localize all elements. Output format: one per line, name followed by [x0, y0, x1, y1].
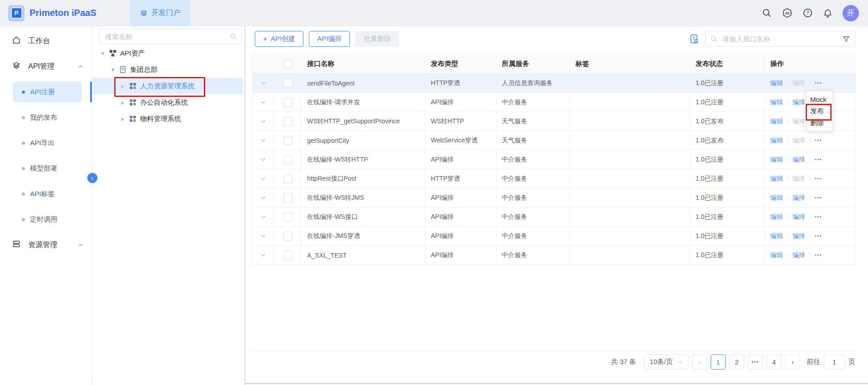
table-row[interactable]: 在线编排-JMS穿透API编排中介服务1.0已注册编辑编排••• — [252, 227, 855, 246]
orchestrate-link: 编排 — [792, 137, 805, 145]
more-ellipsis-icon[interactable]: ••• — [815, 157, 823, 162]
edit-link[interactable]: 编辑 — [770, 194, 783, 202]
next-page-button[interactable]: › — [785, 355, 800, 370]
orchestrate-link[interactable]: 编排 — [792, 98, 805, 106]
annotation-box-publish — [806, 104, 832, 121]
page-button-4[interactable]: 4 — [767, 355, 782, 370]
edit-link[interactable]: 编辑 — [770, 79, 783, 87]
row-expand-chevron[interactable] — [260, 195, 266, 201]
tab-dev-portal[interactable]: 开发门户 — [130, 0, 190, 26]
api-search-input[interactable] — [722, 35, 838, 43]
orchestrate-link[interactable]: 编排 — [792, 232, 805, 240]
sidebar-item-api-register[interactable]: API注册 — [0, 79, 92, 105]
more-ellipsis-icon[interactable]: ••• — [815, 195, 823, 200]
row-expand-chevron[interactable] — [260, 214, 266, 220]
table-row[interactable]: 在线编排-WS转HTTPAPI编排中介服务1.0已注册编辑编排••• — [252, 150, 855, 169]
tree-expand-arrow[interactable]: ▶ — [120, 84, 126, 89]
page-ellipsis[interactable]: ••• — [748, 355, 763, 370]
row-expand-chevron[interactable] — [260, 80, 266, 86]
page-button-1[interactable]: 1 — [711, 355, 726, 370]
row-checkbox[interactable] — [283, 79, 293, 88]
orchestrate-link[interactable]: 编排 — [792, 156, 805, 164]
table-row[interactable]: 在线编排-WS转JMSAPI编排中介服务1.0已注册编辑编排••• — [252, 188, 855, 208]
row-checkbox[interactable] — [283, 136, 293, 145]
edit-link[interactable]: 编辑 — [770, 117, 783, 126]
tree-node-hr-system[interactable]: ▶人力资源管理系统 — [93, 78, 243, 94]
user-avatar[interactable]: 开 — [843, 5, 859, 21]
sidebar-item-model-deploy[interactable]: 模型部署 — [0, 156, 92, 181]
sidebar-item-api-tags[interactable]: API标签 — [0, 181, 92, 207]
filter-funnel-icon[interactable] — [842, 35, 850, 43]
tree-node-oa-system[interactable]: ▶办公自动化系统 — [93, 94, 243, 111]
more-ellipsis-icon[interactable]: ••• — [815, 138, 823, 143]
orchestrate-link[interactable]: 编排 — [792, 194, 805, 202]
tree-expand-arrow[interactable]: ▼ — [100, 51, 106, 56]
row-checkbox[interactable] — [283, 193, 293, 203]
tree-expand-arrow[interactable]: ▶ — [120, 100, 126, 105]
api-orchestrate-button[interactable]: API编排 — [309, 31, 350, 47]
row-expand-chevron[interactable] — [260, 176, 266, 182]
row-checkbox[interactable] — [283, 117, 293, 126]
more-ellipsis-icon[interactable]: ••• — [815, 253, 823, 258]
service-cell: 天气服务 — [496, 131, 570, 150]
more-ellipsis-icon[interactable]: ••• — [815, 81, 823, 86]
sidebar-item-scheduled-call[interactable]: 定时调用 — [0, 207, 92, 232]
edit-link[interactable]: 编辑 — [770, 98, 783, 106]
tree-node-material-system[interactable]: ▶物料管理系统 — [93, 111, 243, 127]
row-expand-chevron[interactable] — [260, 157, 266, 162]
row-checkbox[interactable] — [283, 251, 293, 260]
more-ellipsis-icon[interactable]: ••• — [815, 214, 823, 219]
table-row[interactable]: WS转HTTP_getSupportProvinceWS转HTTP天气服务1.0… — [252, 112, 855, 131]
row-expand-chevron[interactable] — [260, 118, 266, 124]
table-row[interactable]: sendFileToAgentHTTP穿透人员信息查询服务1.0已注册编辑编排•… — [252, 74, 855, 93]
row-checkbox[interactable] — [283, 155, 293, 164]
sidebar-item-my-publish[interactable]: 我的发布 — [0, 105, 92, 130]
orchestrate-link[interactable]: 编排 — [792, 251, 805, 259]
page-size-select[interactable]: 10条/页 — [644, 355, 688, 370]
row-expand-chevron[interactable] — [260, 252, 266, 258]
page-button-2[interactable]: 2 — [729, 355, 744, 370]
table-row[interactable]: httpRest接口PostHTTP穿透中介服务1.0已注册编辑编排••• — [252, 169, 855, 188]
edit-link[interactable]: 编辑 — [770, 232, 783, 240]
publish-type-cell: API编排 — [425, 246, 496, 264]
sidebar-collapse-toggle[interactable]: ‹ — [87, 173, 97, 183]
row-expand-chevron[interactable] — [260, 99, 266, 105]
checkbox-cell — [274, 112, 302, 131]
edit-link[interactable]: 编辑 — [770, 251, 783, 259]
select-all-checkbox[interactable] — [283, 59, 293, 68]
document-search-icon[interactable] — [689, 34, 700, 44]
notification-bell-icon[interactable] — [823, 8, 833, 18]
search-icon[interactable] — [762, 8, 772, 18]
sidebar-item-resource-management[interactable]: 资源管理 — [0, 232, 92, 258]
edit-link[interactable]: 编辑 — [770, 156, 783, 164]
sidebar-item-api-management[interactable]: API管理 — [0, 54, 92, 79]
more-ellipsis-icon[interactable]: ••• — [815, 233, 823, 238]
ai-assistant-icon[interactable]: AI — [782, 7, 793, 19]
edit-link[interactable]: 编辑 — [770, 175, 783, 183]
sidebar-item-api-export[interactable]: API导出 — [0, 130, 92, 156]
row-checkbox[interactable] — [283, 174, 293, 183]
orchestrate-link[interactable]: 编排 — [792, 213, 805, 221]
goto-page-input[interactable] — [824, 355, 845, 370]
edit-link[interactable]: 编辑 — [770, 213, 783, 221]
table-row[interactable]: 在线编排-WS接口API编排中介服务1.0已注册编辑编排••• — [252, 208, 855, 227]
row-checkbox[interactable] — [283, 213, 293, 222]
help-icon[interactable]: ? — [802, 8, 813, 18]
api-create-button[interactable]: + API创建 — [255, 31, 303, 47]
row-checkbox[interactable] — [283, 232, 293, 241]
publish-type-cell: API编排 — [425, 93, 496, 111]
tree-node-api-assets[interactable]: ▼API资产 — [93, 45, 243, 61]
tree-node-group-hq[interactable]: ▼集团总部 — [93, 61, 243, 78]
row-checkbox[interactable] — [283, 98, 293, 107]
row-expand-chevron[interactable] — [260, 137, 266, 143]
table-row[interactable]: A_SXL_TESTAPI编排中介服务1.0已注册编辑编排••• — [252, 246, 855, 265]
tree-expand-arrow[interactable]: ▶ — [120, 117, 126, 122]
table-row[interactable]: 在线编排-请求并发API编排中介服务1.0已注册编辑编排••• — [252, 93, 855, 112]
more-ellipsis-icon[interactable]: ••• — [815, 176, 823, 181]
edit-link[interactable]: 编辑 — [770, 137, 783, 145]
table-row[interactable]: getSupportCityWebService穿透天气服务1.0已发布编辑编排… — [252, 131, 855, 150]
sidebar-item-workbench[interactable]: 工作台 — [0, 28, 92, 54]
row-expand-chevron[interactable] — [260, 233, 266, 239]
tree-search-input[interactable] — [104, 32, 230, 41]
tree-expand-arrow[interactable]: ▼ — [110, 67, 116, 72]
